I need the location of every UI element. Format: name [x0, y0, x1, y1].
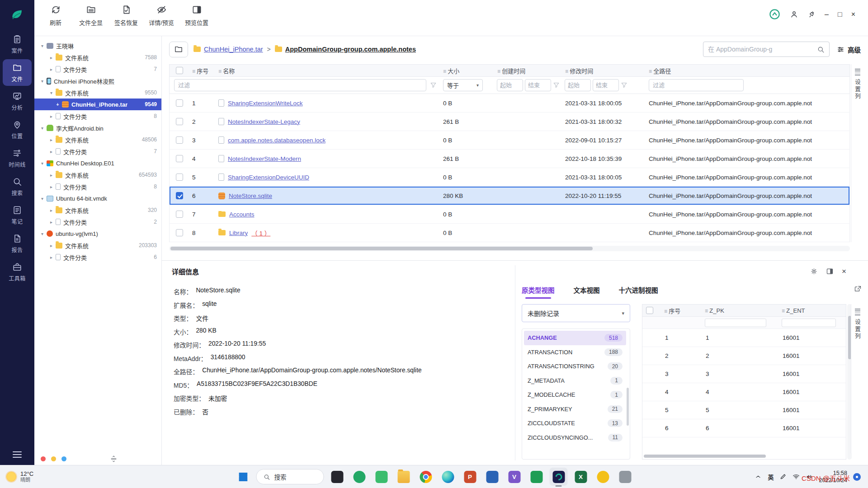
sidebar-item-search[interactable]: 搜索 [3, 173, 32, 200]
root-folder-button[interactable] [169, 42, 188, 57]
tree-item[interactable]: + ChunHei_iPhone.tar 9549 [34, 99, 161, 110]
sqlite-table-item[interactable]: Z_PRIMARYKEY 21 [524, 402, 626, 417]
size-operator-select[interactable]: 等于▾ [443, 79, 483, 91]
sidebar-item-report[interactable]: 报告 [3, 230, 32, 257]
taskbar-app[interactable] [528, 468, 546, 486]
file-name-link[interactable]: Accounts [229, 211, 255, 218]
select-all-checkbox[interactable] [176, 67, 183, 74]
tree-item[interactable]: ▾ ubuntu-vg(lvm1) [34, 228, 161, 239]
sidebar-item-timeline[interactable]: 时间线 [3, 145, 32, 171]
filter-funnel-icon[interactable] [553, 82, 560, 89]
pin-icon[interactable] [806, 9, 817, 20]
preview-position-button[interactable]: 预览位置 [179, 5, 214, 27]
search-icon[interactable] [817, 46, 825, 53]
record-row[interactable]: 4 4 16001 [642, 383, 846, 401]
weather-widget[interactable]: 12°C 晴朗 [0, 470, 40, 483]
pen-icon[interactable] [779, 473, 787, 480]
tree-caret-icon[interactable]: ▾ [39, 196, 46, 201]
scrollbar-thumb[interactable] [170, 247, 593, 250]
table-row[interactable]: 8 Library （ 1 ） 0 B ChunHei_iPhone.tar/A… [169, 224, 850, 242]
zpk-filter-input[interactable] [705, 319, 766, 327]
open-external-icon[interactable] [854, 285, 862, 294]
tree-caret-icon[interactable]: ▸ [48, 149, 55, 154]
sidebar-item-location[interactable]: 位置 [3, 116, 32, 143]
modified-end-input[interactable] [593, 79, 619, 91]
row-checkbox[interactable] [176, 211, 183, 218]
sidebar-item-files[interactable]: 文件 [3, 59, 32, 86]
taskbar-app[interactable] [417, 468, 435, 486]
taskbar-app[interactable] [483, 468, 501, 486]
record-hscrollbar-thumb[interactable] [644, 455, 766, 458]
table-row[interactable]: 1 SharingExtensionWriteLock 0 B 2021-03-… [169, 94, 850, 113]
file-count-link[interactable]: （ 1 ） [251, 228, 270, 237]
record-column-no[interactable]: 序号 [660, 306, 701, 315]
record-column-zpk[interactable]: Z_PK [701, 307, 778, 314]
record-row[interactable]: 3 3 16001 [642, 365, 846, 383]
taskbar-app[interactable]: P [461, 468, 479, 486]
blue-dot-indicator[interactable] [61, 456, 66, 461]
close-detail-icon[interactable]: × [842, 267, 846, 275]
sqlite-table-item[interactable]: ATRANSACTION 188 [524, 345, 626, 360]
detail-preview-button[interactable]: 详情/预览 [144, 5, 179, 27]
advanced-search-button[interactable]: 高级 [837, 45, 861, 54]
panel-splitter-icon[interactable] [110, 455, 117, 462]
column-header-path[interactable]: 全路径 [646, 66, 849, 75]
sidebar-item-analysis[interactable]: 分析 [3, 88, 32, 114]
name-filter-input[interactable] [174, 79, 426, 91]
row-checkbox[interactable] [176, 155, 183, 162]
path-filter-input[interactable] [649, 79, 744, 91]
minimize-button[interactable]: – [825, 11, 829, 18]
tree-caret-icon[interactable]: ▾ [48, 90, 55, 95]
user-account-icon[interactable] [790, 10, 798, 19]
row-checkbox[interactable] [176, 118, 183, 125]
tree-caret-icon[interactable]: ▸ [48, 184, 55, 189]
table-row[interactable]: 6 NoteStore.sqlite 280 KB 2022-10-20 11:… [169, 187, 850, 205]
red-dot-indicator[interactable] [41, 456, 46, 461]
taskbar-app[interactable]: V [505, 468, 524, 486]
yellow-dot-indicator[interactable] [51, 456, 56, 461]
taskbar-app[interactable] [550, 468, 568, 486]
upgrade-badge-icon[interactable] [769, 8, 781, 20]
taskbar-app[interactable] [350, 468, 368, 486]
maximize-button[interactable]: □ [838, 11, 842, 18]
breadcrumb-segment[interactable]: ChunHei_iPhone.tar [204, 46, 263, 53]
tree-item[interactable]: ▾ ChunHei Desktop.E01 [34, 157, 161, 169]
column-settings-main[interactable]: 设置列 [851, 64, 863, 242]
show-all-files-button[interactable]: 文件全显 [73, 5, 108, 27]
column-settings-records[interactable]: 设置列 [851, 304, 863, 453]
row-checkbox[interactable] [176, 192, 183, 199]
sidebar-item-notes[interactable]: 笔记 [3, 202, 32, 228]
tree-caret-icon[interactable]: ▸ [48, 55, 55, 60]
record-filter-select[interactable]: 未删除记录 ▾ [522, 304, 630, 322]
wifi-icon[interactable] [793, 473, 800, 480]
record-row[interactable]: 6 6 16001 [642, 419, 846, 437]
record-row[interactable]: 5 5 16001 [642, 401, 846, 419]
file-name-link[interactable]: com.apple.notes.databaseopen.lock [228, 137, 326, 144]
taskbar-app[interactable] [373, 468, 391, 486]
tree-caret-icon[interactable]: ▸ [48, 220, 55, 225]
tree-caret-icon[interactable]: ▸ [48, 137, 55, 142]
tree-item[interactable]: ▾ Ubuntu 64-bit.vmdk [34, 192, 161, 204]
tree-item[interactable]: ▸ 文件分类 7 [34, 145, 161, 157]
notification-badge[interactable] [853, 473, 861, 481]
column-header-no[interactable]: 序号 [189, 66, 216, 75]
record-row[interactable]: 1 1 16001 [642, 329, 846, 347]
tree-item[interactable]: ▸ 文件分类 8 [34, 181, 161, 192]
tree-item[interactable]: ▸ 文件系统 320 [34, 204, 161, 216]
ime-indicator[interactable]: 英 [768, 473, 774, 481]
table-row[interactable]: 3 com.apple.notes.databaseopen.lock 0 B … [169, 131, 850, 150]
zent-filter-input[interactable] [782, 319, 836, 327]
table-row[interactable]: 2 NotesIndexerState-Legacy 261 B 2021-03… [169, 113, 850, 131]
tree-caret-icon[interactable]: ▸ [48, 67, 55, 72]
tree-caret-icon[interactable]: ▾ [39, 79, 46, 84]
taskbar-app[interactable] [594, 468, 612, 486]
taskbar-app[interactable] [395, 468, 413, 486]
filter-funnel-icon[interactable] [430, 82, 437, 89]
record-column-zent[interactable]: Z_ENT [778, 307, 846, 314]
file-name-link[interactable]: NotesIndexerState-Modern [228, 155, 301, 162]
tree-caret-icon[interactable]: ▸ [48, 255, 55, 260]
tree-item[interactable]: ▸ 文件分类 2 [34, 216, 161, 228]
file-name-link[interactable]: SharingExtensionDeviceUUID [228, 174, 309, 181]
created-end-input[interactable] [525, 79, 551, 91]
tree-caret-icon[interactable]: ▾ [39, 126, 46, 131]
